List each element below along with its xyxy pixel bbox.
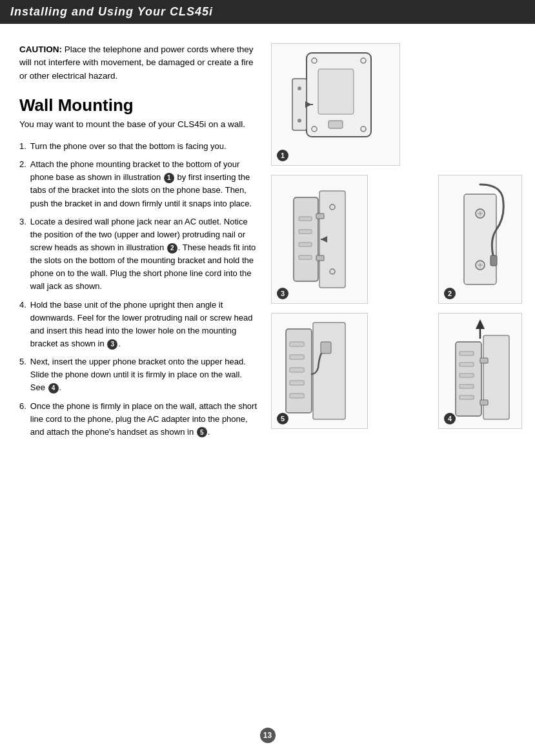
illustration-3: 3: [271, 175, 368, 304]
svg-rect-34: [290, 342, 304, 346]
svg-rect-19: [299, 230, 312, 234]
illustration-2: 2: [438, 175, 522, 304]
illus-1-svg: [274, 46, 397, 163]
svg-rect-42: [483, 335, 509, 419]
svg-rect-31: [490, 255, 497, 266]
main-content: CAUTION: Place the telephone and power c…: [0, 24, 535, 457]
svg-rect-46: [459, 352, 474, 355]
svg-rect-37: [290, 381, 304, 385]
caution-text: CAUTION: Place the telephone and power c…: [19, 43, 258, 83]
illustration-1: 1: [271, 43, 400, 166]
illus-row-45: 5: [271, 313, 522, 429]
svg-rect-24: [464, 194, 496, 284]
badge-4: 4: [48, 383, 59, 393]
illus-num-2: 2: [444, 288, 456, 299]
illustration-4: 4: [438, 313, 522, 429]
svg-rect-6: [328, 121, 343, 128]
svg-rect-44: [480, 358, 488, 363]
badge-1: 1: [164, 173, 174, 183]
illus-4-svg: [441, 316, 519, 426]
illus-row-23: 3: [271, 175, 522, 304]
svg-rect-21: [299, 255, 312, 259]
section-intro: You may want to mount the base of your C…: [19, 118, 258, 131]
step-5: 5. Next, insert the upper phone bracket …: [19, 355, 258, 394]
step-6: 6. Once the phone is firmly in place on …: [19, 400, 258, 439]
illus-num-3: 3: [277, 288, 288, 299]
svg-rect-47: [459, 363, 474, 366]
svg-rect-35: [290, 355, 304, 359]
left-column: CAUTION: Place the telephone and power c…: [19, 43, 258, 444]
caution-label: CAUTION:: [19, 45, 62, 54]
illus-3-svg: [274, 178, 365, 301]
section-title: Wall Mounting: [19, 95, 258, 115]
illus-2-svg: [441, 178, 519, 301]
badge-5: 5: [197, 427, 207, 437]
badge-2: 2: [167, 243, 177, 254]
page-header-title: Installing and Using Your CLS45i: [10, 5, 213, 19]
illustration-5: 5: [271, 313, 368, 429]
right-column: 1: [271, 43, 522, 444]
illus-5-svg: [274, 316, 365, 426]
svg-rect-49: [459, 384, 474, 388]
svg-rect-45: [480, 400, 488, 405]
svg-rect-20: [299, 243, 312, 246]
svg-rect-39: [321, 342, 331, 353]
svg-rect-18: [299, 217, 312, 221]
svg-rect-48: [459, 373, 474, 377]
svg-rect-17: [316, 255, 324, 261]
step-3: 3. Locate a desired wall phone jack near…: [19, 215, 258, 293]
steps-list: 1. Turn the phone over so that the botto…: [19, 140, 258, 439]
svg-rect-36: [290, 368, 304, 372]
caution-block: CAUTION: Place the telephone and power c…: [19, 43, 258, 83]
illus-num-5: 5: [277, 413, 288, 424]
svg-marker-40: [476, 319, 485, 329]
svg-rect-16: [316, 214, 324, 219]
svg-point-9: [298, 119, 301, 123]
svg-rect-15: [294, 197, 318, 281]
step-4: 4. Hold the base unit of the phone uprig…: [19, 299, 258, 351]
page-number: 13: [260, 728, 276, 743]
svg-rect-32: [313, 323, 345, 419]
badge-3: 3: [107, 339, 117, 350]
svg-rect-50: [459, 395, 474, 399]
step-2: 2. Attach the phone mounting bracket to …: [19, 158, 258, 210]
illus-num-4: 4: [444, 413, 456, 424]
svg-point-8: [298, 86, 301, 90]
page-header: Installing and Using Your CLS45i: [0, 0, 535, 24]
illus-num-1: 1: [277, 150, 288, 161]
step-1: 1. Turn the phone over so that the botto…: [19, 140, 258, 153]
svg-rect-5: [318, 69, 354, 114]
svg-rect-38: [290, 393, 304, 398]
